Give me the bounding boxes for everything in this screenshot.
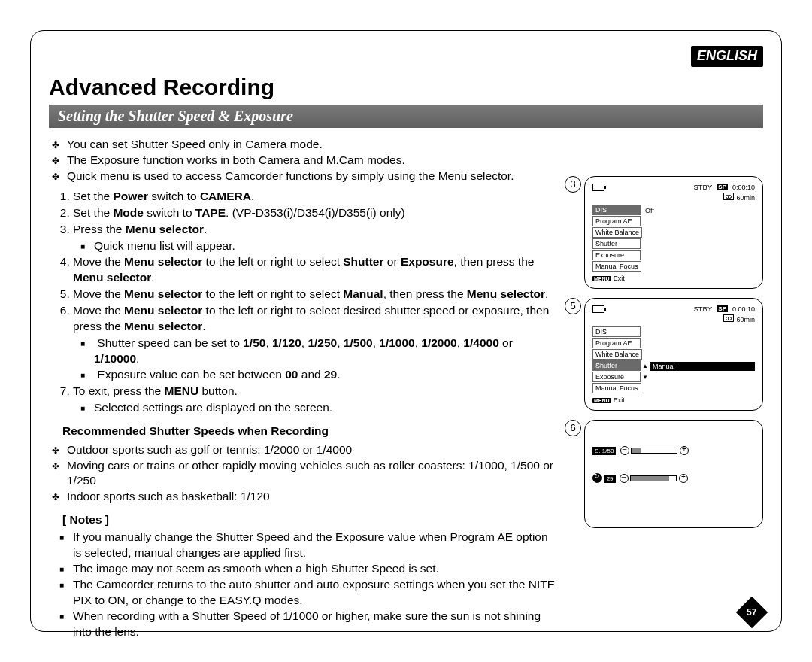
- note-item: The Camcorder returns to the auto shutte…: [73, 577, 559, 609]
- menu-item-shutter: Shutter: [592, 360, 641, 371]
- exit-label: Exit: [614, 396, 625, 404]
- menu-item: Manual Focus: [592, 383, 641, 393]
- menu-item: Exposure: [592, 372, 641, 382]
- step-6-sub1: Shutter speed can be set to 1/50, 1/120,…: [94, 336, 559, 367]
- menu-item: Exposure: [592, 250, 641, 260]
- remain-label: 60min: [736, 194, 755, 202]
- step-1: Set the Power switch to CAMERA.: [73, 189, 559, 205]
- menu-val-off: Off: [642, 207, 755, 214]
- recommended-item: Moving cars or trains or other rapidly m…: [67, 458, 559, 490]
- exit-label: Exit: [614, 275, 625, 282]
- body-text: You can set Shutter Speed only in Camera…: [49, 134, 559, 641]
- page-number-badge: 57: [741, 601, 763, 624]
- intro-item: The Exposure function works in both Came…: [67, 153, 559, 169]
- intro-item: Quick menu is used to access Camcorder f…: [67, 169, 559, 184]
- timecode: 0:00:10: [732, 184, 755, 191]
- stby-label: STBY: [693, 305, 712, 313]
- sp-label: SP: [717, 305, 728, 312]
- battery-icon: [592, 305, 604, 313]
- arrow-down-icon: ▼: [642, 374, 648, 381]
- menu-button-icon: MENU: [592, 276, 611, 281]
- exposure-icon: [592, 473, 602, 483]
- sp-label: SP: [717, 184, 728, 190]
- step-7-sub: Selected settings are displayed on the s…: [94, 400, 559, 416]
- step-3: Press the Menu selector. Quick menu list…: [73, 222, 559, 254]
- step-3-sub: Quick menu list will appear.: [94, 238, 559, 254]
- lcd-panel-5: STBY SP 0:00:10 60min DIS Program AE Whi…: [584, 298, 763, 411]
- battery-icon: [592, 184, 604, 191]
- arrow-up-icon: ▲: [642, 363, 648, 369]
- step-4: Move the Menu selector to the left or ri…: [73, 254, 559, 286]
- language-badge: ENGLISH: [691, 46, 763, 67]
- step-circle-3: 3: [565, 176, 581, 193]
- stby-label: STBY: [693, 183, 712, 191]
- step-circle-5: 5: [565, 298, 581, 314]
- lcd-panel-3: STBY SP 0:00:10 60min DISOff Program AE …: [584, 176, 763, 289]
- tape-icon: [723, 314, 734, 322]
- minus-icon: [620, 474, 629, 483]
- menu-item: Manual Focus: [592, 261, 641, 272]
- remain-label: 60min: [736, 316, 755, 323]
- step-6: Move the Menu selector to the left or ri…: [73, 303, 559, 383]
- exposure-bar: [630, 475, 677, 481]
- lcd-illustrations: 3 STBY SP 0:00:10 60min DISOff Program: [565, 134, 763, 641]
- recommended-item: Outdoor sports such as golf or tennis: 1…: [67, 442, 559, 458]
- intro-item: You can set Shutter Speed only in Camera…: [67, 137, 559, 153]
- note-item: When recording with a Shutter Speed of 1…: [73, 609, 559, 640]
- note-item: If you manually change the Shutter Speed…: [73, 530, 559, 561]
- note-item: The image may not seem as smooth when a …: [73, 561, 559, 577]
- menu-item: White Balance: [592, 349, 642, 360]
- step-7: To exit, press the MENU button. Selected…: [73, 384, 559, 416]
- notes-list: If you manually change the Shutter Speed…: [49, 530, 559, 639]
- step-6-sub2: Exposure value can be set between 00 and…: [94, 367, 559, 383]
- exposure-value-box: 29: [604, 475, 616, 483]
- shutter-value-box: S. 1/50: [592, 447, 616, 455]
- lcd-panel-6: S. 1/50 29: [584, 420, 763, 528]
- minus-icon: [620, 446, 629, 455]
- menu-item-dis: DIS: [592, 205, 641, 215]
- step-circle-6: 6: [565, 420, 581, 436]
- timecode: 0:00:10: [732, 305, 755, 313]
- step-2: Set the Mode switch to TAPE. (VP-D353(i)…: [73, 205, 559, 221]
- plus-icon: [679, 474, 688, 483]
- manual-page: ENGLISH Advanced Recording Setting the S…: [30, 30, 782, 632]
- step-5: Move the Menu selector to the left or ri…: [73, 287, 559, 302]
- recommended-list: Outdoor sports such as golf or tennis: 1…: [49, 442, 559, 506]
- steps-list: Set the Power switch to CAMERA. Set the …: [49, 189, 559, 416]
- menu-item: Program AE: [592, 338, 641, 348]
- section-heading: Setting the Shutter Speed & Exposure: [49, 105, 763, 128]
- menu-item: Shutter: [592, 238, 641, 249]
- intro-list: You can set Shutter Speed only in Camera…: [49, 137, 559, 184]
- menu-item: White Balance: [592, 227, 642, 238]
- notes-heading: [ Notes ]: [62, 512, 559, 528]
- menu-val-manual: Manual: [650, 362, 755, 371]
- menu-button-icon: MENU: [592, 398, 611, 403]
- menu-item: DIS: [592, 326, 641, 337]
- plus-icon: [680, 446, 689, 455]
- page-title: Advanced Recording: [49, 74, 763, 100]
- recommended-item: Indoor sports such as basketball: 1/120: [67, 489, 559, 505]
- recommended-heading: Recommended Shutter Speeds when Recordin…: [62, 424, 559, 439]
- tape-icon: [723, 193, 734, 200]
- menu-item: Program AE: [592, 216, 641, 226]
- shutter-bar: [631, 448, 677, 454]
